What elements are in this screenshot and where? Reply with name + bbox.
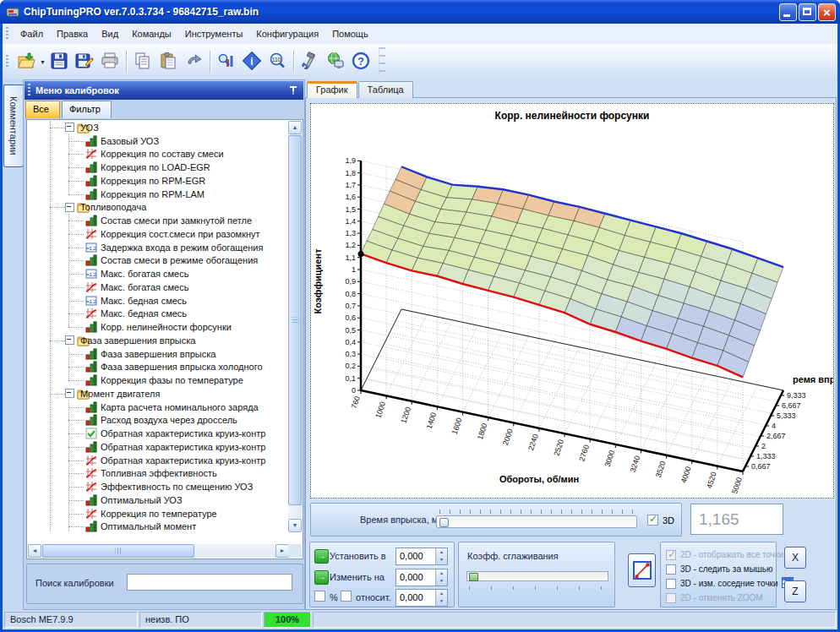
minimize-button[interactable] — [779, 3, 797, 21]
vertical-scroll-thumb[interactable] — [288, 135, 302, 505]
spinner-arrows-icon[interactable]: ▲▼ — [435, 590, 447, 606]
relative-checkbox[interactable] — [341, 591, 352, 602]
tree-folder-row[interactable]: Момент двигателя — [28, 387, 275, 400]
collapse-toggle[interactable] — [65, 203, 74, 212]
menu-item-6[interactable]: Конфигурация — [249, 26, 325, 41]
axis-x-button[interactable]: X — [784, 547, 806, 569]
slice-slider[interactable] — [436, 515, 637, 528]
apply-set-button[interactable]: → — [314, 549, 329, 564]
tree-item[interactable]: Оптимальный момент — [28, 520, 275, 533]
filter-tab-все[interactable]: Все — [25, 101, 60, 118]
toolbar-open-button[interactable] — [14, 49, 39, 74]
tree-item[interactable]: Коррекция по RPM-EGR — [28, 174, 275, 188]
scroll-left-button[interactable]: ◄ — [28, 544, 41, 558]
collapse-toggle[interactable] — [65, 335, 74, 345]
tree-item[interactable]: =1.2Макс. богатая смесь — [28, 267, 275, 281]
toolbar-save-edit-button[interactable] — [72, 49, 97, 74]
percent-checkbox[interactable] — [314, 591, 325, 602]
apply-change-button[interactable]: → — [314, 570, 329, 585]
tree-item[interactable]: Коррекция фазы по температуре — [28, 373, 275, 387]
close-button[interactable]: × — [818, 3, 836, 21]
tree-item[interactable]: =1.2Макс. бедная смесь — [28, 294, 275, 308]
comments-dock-tab[interactable]: Комментарии — [3, 84, 24, 167]
slice-slider-thumb[interactable] — [439, 518, 449, 527]
tree-item[interactable]: Обратная характеристика круиз-контр — [28, 454, 275, 467]
spinner-arrows-icon[interactable]: ▲▼ — [435, 569, 447, 586]
toolbar-info-button[interactable]: i — [239, 49, 265, 74]
tree-item[interactable]: Карта расчета номинального заряда — [28, 400, 275, 414]
axis-z-button[interactable]: Z — [784, 580, 806, 602]
menubar-grip[interactable] — [6, 27, 8, 41]
tree-item[interactable]: Корр. нелинейности форсунки — [28, 320, 275, 334]
menu-item-7[interactable]: Помощь — [325, 26, 375, 41]
tree-item[interactable]: Эффективность по смещению УОЗ — [28, 480, 275, 493]
chart-panel[interactable]: 00,10,20,30,40,50,60,70,80,911,11,21,31,… — [310, 103, 834, 499]
menu-item-5[interactable]: Инструменты — [178, 26, 250, 41]
menu-item-1[interactable]: Файл — [14, 26, 50, 41]
tree-item[interactable]: Макс. богатая смесь — [28, 281, 275, 294]
option-checkbox-2[interactable] — [666, 564, 676, 575]
slice-marker-dot[interactable] — [358, 251, 364, 257]
tree-item[interactable]: Фаза завершения впрыска — [28, 347, 275, 361]
scroll-up-button[interactable]: ▲ — [288, 121, 302, 134]
collapse-toggle[interactable] — [65, 123, 74, 132]
tree-vertical-scrollbar[interactable]: ▲ ▼ — [288, 121, 302, 532]
option-checkbox-3[interactable] — [666, 579, 676, 589]
tree-item[interactable]: Топливная эффективность — [28, 467, 275, 481]
smoothing-slider-thumb[interactable] — [469, 573, 478, 581]
tree-folder-row[interactable]: Фаза завершения впрыска — [28, 334, 275, 347]
tree-item[interactable]: Коррекция сост.смеси при разомкнут — [28, 227, 275, 241]
tree-item[interactable]: Коррекция по RPM-LAM — [28, 188, 275, 201]
search-input[interactable] — [127, 574, 292, 591]
toolbar-undo-button[interactable] — [181, 49, 206, 74]
toolbar-grip[interactable] — [6, 55, 8, 68]
scroll-down-button[interactable]: ▼ — [288, 519, 302, 532]
toolbar-internet-button[interactable] — [323, 49, 348, 74]
smoothing-slider[interactable] — [466, 571, 608, 581]
toolbar-analyze-button[interactable] — [214, 49, 239, 74]
tree-folder-row[interactable]: УОЗ — [28, 121, 275, 134]
toolbar-zoom-110-button[interactable]: 110 — [265, 49, 290, 74]
tree-item[interactable]: Оптимальный УОЗ — [28, 493, 275, 507]
filter-tab-фильтр[interactable]: Фильтр — [62, 101, 112, 118]
pin-icon[interactable] — [288, 85, 298, 95]
tree-item[interactable]: Обратная характеристика круиз-контр — [28, 427, 275, 440]
tree-horizontal-scrollbar[interactable]: ◄ ► — [28, 544, 289, 558]
toolbar-print-button[interactable] — [97, 49, 123, 74]
tree-item[interactable]: Состав смеси в режиме обогащения — [28, 254, 275, 268]
collapse-toggle[interactable] — [65, 389, 74, 398]
tree-item[interactable]: Фаза завершения впрыска холодного — [28, 361, 275, 374]
set-value-spinner[interactable]: 0,000 ▲▼ — [395, 548, 448, 565]
tree-item[interactable]: Обратная характеристика круиз-контр — [28, 440, 275, 454]
maximize-button[interactable] — [799, 3, 816, 21]
tab-график[interactable]: График — [307, 81, 357, 98]
interpolate-button[interactable] — [628, 553, 656, 587]
tree-item[interactable]: Макс. бедная смесь — [28, 308, 275, 321]
tree-item[interactable]: Базовый УОЗ — [28, 134, 275, 148]
step-value-spinner[interactable]: 0,000 ▲▼ — [395, 589, 448, 607]
toolbar-help-button[interactable]: ? — [348, 49, 374, 74]
toolbar-tools-button[interactable] — [297, 49, 323, 74]
tree-item[interactable]: Состав смеси при замкнутой петле — [28, 214, 275, 227]
toolbar-copy-button[interactable] — [130, 49, 155, 74]
title-bar[interactable]: ChipTuningPRO ver.7.0.3.734 - 96842715_r… — [0, 0, 840, 24]
tree-folder-row[interactable]: Топливоподача — [28, 201, 275, 215]
spinner-arrows-icon[interactable]: ▲▼ — [435, 548, 447, 564]
menu-item-2[interactable]: Правка — [50, 26, 95, 41]
tab-таблица[interactable]: Таблица — [358, 81, 413, 98]
toolbar-paste-button[interactable] — [155, 49, 181, 74]
tree-item[interactable]: Коррекция по составу смеси — [28, 148, 275, 161]
tree-item[interactable]: Коррекция по LOAD-EGR — [28, 161, 275, 174]
change-value-spinner[interactable]: 0,000 ▲▼ — [395, 569, 448, 586]
toolbar-save-button[interactable] — [46, 49, 72, 74]
menu-item-4[interactable]: Команды — [125, 26, 178, 41]
tree-item[interactable]: Расход воздуха через дроссель — [28, 414, 275, 428]
open-dropdown-caret[interactable]: ▼ — [39, 49, 46, 74]
scroll-right-button[interactable]: ► — [275, 544, 289, 558]
sidebar-header[interactable]: Меню калибровок — [25, 81, 303, 100]
horizontal-scroll-thumb[interactable] — [42, 544, 194, 558]
view-3d-checkbox[interactable]: ✓ — [647, 515, 658, 526]
toolbar-overflow-chevron[interactable] — [379, 47, 385, 76]
tree-item[interactable]: Коррекция по температуре — [28, 507, 275, 520]
tree-item[interactable]: =1.2Задержка входа в режим обогащения — [28, 241, 275, 254]
